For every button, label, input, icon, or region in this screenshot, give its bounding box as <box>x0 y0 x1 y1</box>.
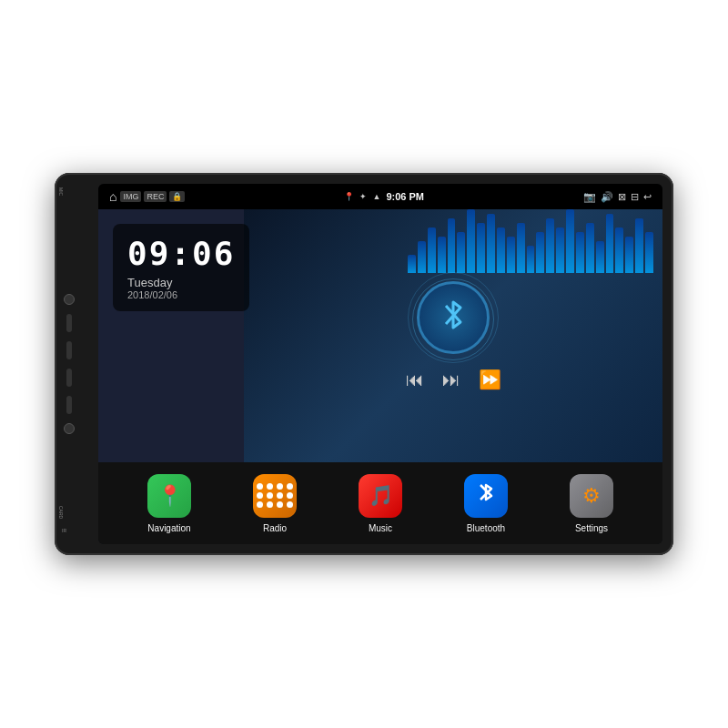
navigation-icon: 📍 <box>147 474 191 518</box>
eq-bar <box>556 228 564 273</box>
settings-label: Settings <box>575 523 608 533</box>
clock-widget: 09:06 Tuesday 2018/02/06 <box>113 224 249 311</box>
settings-icon: ⚙ <box>570 474 613 518</box>
status-time: 9:06 PM <box>386 191 424 202</box>
eq-bar <box>645 232 653 273</box>
nav-map-icon: 📍 <box>157 484 182 508</box>
rst-button[interactable] <box>64 423 75 434</box>
back-side-button[interactable] <box>66 341 72 359</box>
status-center: 📍 ✦ ▲ 9:06 PM <box>344 191 424 202</box>
eq-bar <box>536 232 544 273</box>
volume-down-button[interactable] <box>66 396 72 414</box>
status-left: ⌂ IMG REC 🔒 <box>109 189 185 204</box>
navigation-label: Navigation <box>147 523 190 533</box>
eq-bar <box>635 218 643 273</box>
eq-bar <box>596 241 604 273</box>
rewind-button[interactable]: ⏮ <box>406 369 424 390</box>
app-item-music[interactable]: 🎵 Music <box>359 474 402 533</box>
car-stereo-device: MIC CARD IR ⌂ IMG REC 🔒 📍 ✦ ▲ 9 <box>55 173 673 555</box>
bt-logo-symbol <box>437 298 470 338</box>
bluetooth-label: Bluetooth <box>467 523 505 533</box>
side-button-group <box>64 294 75 434</box>
eq-bar <box>546 218 554 273</box>
status-left-icons: IMG REC 🔒 <box>120 191 185 202</box>
bluetooth-symbol <box>473 480 499 511</box>
eq-bar <box>448 218 456 273</box>
volume-up-button[interactable] <box>66 369 72 387</box>
rec-icon: REC <box>144 191 167 202</box>
app-item-radio[interactable]: Radio <box>253 474 297 533</box>
music-label: Music <box>369 523 392 533</box>
eq-bar <box>606 214 614 273</box>
speaker-icon: 🔊 <box>601 191 613 203</box>
power-button[interactable] <box>64 294 75 305</box>
clock-day: Tuesday <box>127 276 235 289</box>
eq-bar <box>477 223 485 273</box>
eq-bar <box>576 232 584 273</box>
bt-logo-circle <box>417 281 490 354</box>
eq-bar <box>418 241 426 273</box>
bt-status-icon: ✦ <box>359 192 367 201</box>
music-note-icon: 🎵 <box>369 484 393 508</box>
eq-bar <box>615 228 623 273</box>
eq-bar <box>497 228 505 273</box>
eq-bar <box>625 237 633 273</box>
eq-bar <box>428 228 436 273</box>
music-icon: 🎵 <box>359 474 402 518</box>
gear-icon: ⚙ <box>582 484 601 508</box>
eq-bar <box>408 255 416 273</box>
mic-label: MIC <box>58 187 64 196</box>
eq-bar <box>457 232 465 273</box>
app-item-navigation[interactable]: 📍 Navigation <box>147 474 191 533</box>
home-side-button[interactable] <box>66 314 72 332</box>
screen-icon: ⊠ <box>618 191 626 203</box>
back-icon[interactable]: ↩ <box>643 191 652 203</box>
lock-icon: 🔒 <box>169 191 185 202</box>
app-item-settings[interactable]: ⚙ Settings <box>570 474 613 533</box>
location-icon: 📍 <box>344 192 354 201</box>
status-right: 📷 🔊 ⊠ ⊟ ↩ <box>583 191 652 203</box>
eq-bar <box>566 209 574 273</box>
eq-bar <box>517 223 525 273</box>
equalizer-bars <box>408 218 653 273</box>
clock-date: 2018/02/06 <box>127 289 235 300</box>
fast-forward-button[interactable]: ⏩ <box>479 369 501 390</box>
eq-bar <box>487 214 495 273</box>
window-icon: ⊟ <box>631 191 639 203</box>
wifi-icon: ▲ <box>372 192 380 201</box>
status-right-icons: 📷 🔊 ⊠ ⊟ ↩ <box>583 191 652 203</box>
eq-bar <box>507 237 515 273</box>
screen: ⌂ IMG REC 🔒 📍 ✦ ▲ 9:06 PM 📷 🔊 ⊠ ⊟ <box>98 184 662 544</box>
bluetooth-icon <box>464 474 508 518</box>
eq-bar <box>467 209 475 273</box>
img-icon: IMG <box>120 191 141 202</box>
camera-icon: 📷 <box>583 191 596 203</box>
eq-bar <box>438 237 446 273</box>
radio-icon <box>253 474 297 518</box>
bt-music-widget: ⏮ ⏭ ⏩ <box>244 209 662 462</box>
radio-label: Radio <box>263 523 287 533</box>
radio-dots <box>257 483 294 508</box>
next-button[interactable]: ⏭ <box>442 369 460 390</box>
app-dock: 📍 Navigation Radio 🎵 <box>98 462 662 544</box>
media-controls: ⏮ ⏭ ⏩ <box>406 369 501 390</box>
main-content: 09:06 Tuesday 2018/02/06 ⏮ ⏭ ⏩ <box>98 209 662 462</box>
home-icon[interactable]: ⌂ <box>109 189 116 204</box>
status-bar: ⌂ IMG REC 🔒 📍 ✦ ▲ 9:06 PM 📷 🔊 ⊠ ⊟ <box>98 184 662 209</box>
card-label: CARD <box>58 506 64 519</box>
eq-bar <box>586 223 594 273</box>
ir-label: IR <box>62 528 66 533</box>
app-item-bluetooth[interactable]: Bluetooth <box>464 474 508 533</box>
clock-time: 09:06 <box>127 235 235 272</box>
eq-bar <box>527 246 535 273</box>
